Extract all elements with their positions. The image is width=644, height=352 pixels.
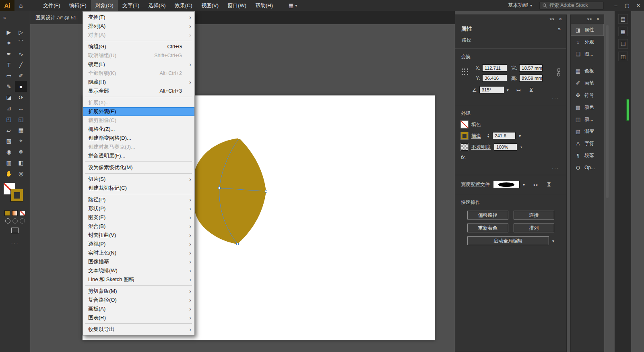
artboard-tool[interactable]: ◧ <box>15 157 27 168</box>
screen-mode-button[interactable] <box>11 228 19 233</box>
object-menu-item[interactable]: Line 和 Sketch 图稿› <box>83 275 194 284</box>
shape-builder-tool[interactable]: ◱ <box>15 114 27 124</box>
menubar-item[interactable]: 文字(T) <box>118 0 144 11</box>
collapsed-panel-icon-3[interactable]: ❏ <box>618 39 628 49</box>
flip-along-icon[interactable]: ▸◂ <box>534 182 537 187</box>
tab-brushes[interactable]: ✐画笔 <box>571 77 604 89</box>
object-menu-item[interactable]: 实时上色(N)› <box>83 248 194 257</box>
object-menu-item[interactable]: 拼合透明度(F)... <box>83 151 194 160</box>
object-menu-item[interactable]: 混合(B)› <box>83 222 194 231</box>
object-menu-item[interactable]: 复合路径(O)› <box>83 296 194 304</box>
menubar-item[interactable]: 对象(O) <box>91 0 118 11</box>
menubar-item[interactable]: 视图(V) <box>197 0 223 11</box>
tab-gradient[interactable]: ▧渐变 <box>571 125 604 137</box>
document-tab[interactable]: 图案设计.ai* @ 51. <box>30 11 83 24</box>
stroke-weight-stepper[interactable]: ▴▾ <box>487 133 489 138</box>
dock-close-icon[interactable]: ✕ <box>559 17 562 22</box>
search-input[interactable]: 搜索 Adobe Stock <box>539 2 604 10</box>
draw-inside-mode-icon[interactable] <box>20 218 25 224</box>
object-menu-item[interactable]: 图表(R)› <box>83 313 194 322</box>
hand-tool[interactable]: ✋ <box>3 168 15 179</box>
menubar-item[interactable]: 效果(C) <box>170 0 197 11</box>
opacity-input[interactable]: 100% <box>494 143 517 151</box>
home-icon[interactable]: ⌂ <box>14 2 27 9</box>
menubar-item[interactable]: 文件(F) <box>39 0 65 11</box>
object-menu-item[interactable]: 创建裁切标记(C) <box>83 184 194 193</box>
opacity-label[interactable]: 不透明度 <box>471 144 491 151</box>
object-menu-item[interactable]: 透视(P)› <box>83 240 194 248</box>
reference-point-locator[interactable] <box>461 68 469 76</box>
menubar-item[interactable]: 窗口(W) <box>223 0 251 11</box>
app-logo[interactable]: Ai <box>0 0 14 11</box>
selection-tool[interactable]: ▶ <box>3 27 15 37</box>
object-menu-item[interactable]: 显示全部Alt+Ctrl+3 <box>83 87 194 95</box>
stroke-weight-input[interactable]: 241.6 <box>492 132 516 139</box>
rotate-tool[interactable]: ⟳ <box>15 92 27 103</box>
object-menu-item[interactable]: 路径(P)› <box>83 195 194 204</box>
arrange-documents-button[interactable]: ▦ ▾ <box>285 1 300 10</box>
toolbar-collapse-button[interactable]: « <box>0 11 30 24</box>
perspective-grid-tool[interactable]: ▱ <box>3 124 15 135</box>
x-input[interactable]: 112.711 <box>482 64 507 72</box>
tab-color[interactable]: ▩颜色 <box>571 101 604 113</box>
draw-behind-mode-icon[interactable] <box>12 218 18 224</box>
color-button[interactable] <box>4 210 10 216</box>
line-segment-tool[interactable]: ╱ <box>15 59 27 70</box>
flip-horizontal-icon[interactable]: ▸◂ <box>517 88 520 92</box>
object-menu-item[interactable]: 设为像素级优化(M) <box>83 163 194 172</box>
draw-normal-mode-icon[interactable] <box>5 218 10 224</box>
eraser-tool[interactable]: ◪ <box>3 92 15 103</box>
object-menu-item[interactable]: 封套扭曲(V)› <box>83 231 194 240</box>
dock-collapse-icon[interactable]: >> <box>549 17 555 21</box>
object-menu-item[interactable]: 图案(E)› <box>83 213 194 222</box>
y-input[interactable]: 36.416 <box>482 75 507 82</box>
zoom-tool[interactable]: ◎ <box>15 168 27 179</box>
free-transform-tool[interactable]: ◰ <box>3 114 15 124</box>
constrain-proportions-icon[interactable] <box>557 67 561 78</box>
pen-tool[interactable]: ✒ <box>3 48 15 59</box>
fx-button[interactable]: fx. <box>461 155 466 160</box>
object-menu-item[interactable]: 文本绕排(W)› <box>83 266 194 275</box>
dock-scrollbar[interactable] <box>606 25 609 198</box>
object-menu-item[interactable]: 隐藏(H)› <box>83 78 194 87</box>
object-menu-item[interactable]: 剪切蒙版(M)› <box>83 287 194 296</box>
tab-appearance[interactable]: ☼外观 <box>571 36 604 48</box>
more-options-icon[interactable]: ··· <box>461 94 561 101</box>
tab-paragraph[interactable]: ¶段落 <box>571 149 604 162</box>
curvature-tool[interactable]: ∿ <box>15 48 27 59</box>
flip-vertical-icon[interactable]: ⋈ <box>528 87 534 92</box>
quick-action-join[interactable]: 连接 <box>514 211 555 219</box>
object-menu-item[interactable]: 扩展外观(E) <box>83 107 194 116</box>
mesh-tool[interactable]: ▦ <box>15 124 27 135</box>
stroke-color-swatch[interactable] <box>11 189 23 201</box>
gradient-button[interactable] <box>12 210 18 216</box>
collapsed-panel-icon-1[interactable]: ▤ <box>618 14 628 24</box>
pencil-tool[interactable]: ✎ <box>3 81 15 92</box>
symbol-sprayer-tool[interactable]: ❅ <box>15 146 27 157</box>
tab-opentype[interactable]: OOp... <box>571 162 604 174</box>
tab-layers[interactable]: ❏图... <box>571 48 604 60</box>
stroke-swatch[interactable] <box>461 132 468 139</box>
collapsed-panel-icon-2[interactable]: ▦ <box>618 27 628 36</box>
quick-action-recolor[interactable]: 重新着色 <box>467 224 508 232</box>
close-button[interactable]: ✕ <box>633 2 644 8</box>
rectangle-tool[interactable]: ▭ <box>3 70 15 81</box>
more-options-icon[interactable]: ··· <box>461 164 561 171</box>
object-menu-item[interactable]: 变换(T)› <box>83 13 194 22</box>
chevron-right-icon[interactable]: › <box>520 144 522 150</box>
blend-tool[interactable]: ◉ <box>3 146 15 157</box>
width-input[interactable]: 18.57 mm <box>519 64 543 72</box>
object-menu-item[interactable]: 栅格化(Z)... <box>83 125 194 134</box>
menubar-item[interactable]: 帮助(H) <box>251 0 277 11</box>
gold-shape[interactable] <box>192 138 266 244</box>
restore-button[interactable]: ▢ <box>621 2 633 8</box>
fill-label[interactable]: 填色 <box>471 121 481 128</box>
column-graph-tool[interactable]: ▥ <box>3 157 15 168</box>
chevron-down-icon[interactable]: ▾ <box>519 134 521 138</box>
eyedropper-tool[interactable]: ⌖ <box>15 135 27 146</box>
width-profile-dropdown[interactable] <box>493 181 520 188</box>
quick-action-offset-path[interactable]: 偏移路径 <box>467 211 508 219</box>
type-tool[interactable]: T <box>3 59 15 70</box>
lasso-tool[interactable]: ⌒ <box>15 37 27 48</box>
object-menu-item[interactable]: 图像描摹› <box>83 257 194 266</box>
